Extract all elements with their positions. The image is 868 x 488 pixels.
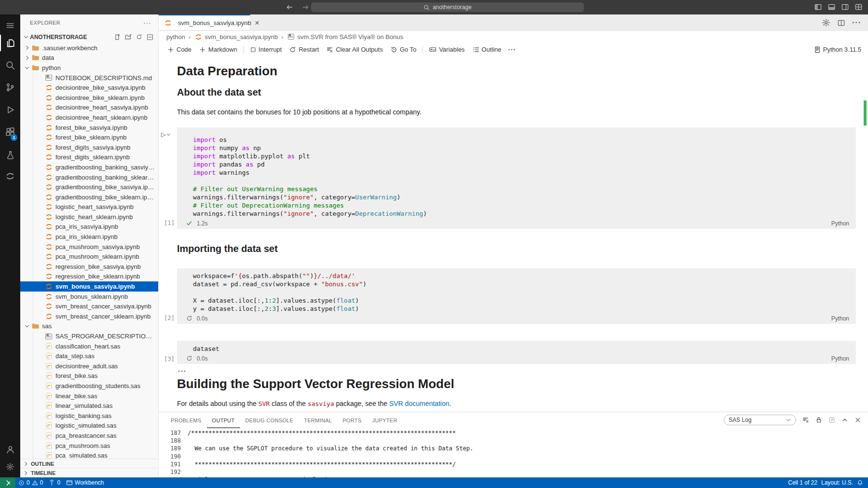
- close-panel-icon[interactable]: [854, 417, 861, 423]
- toggle-sidebar-left-icon[interactable]: [814, 3, 822, 11]
- toolbar-variables-button[interactable]: Variables: [425, 44, 468, 55]
- tree-item-gradientboosting_students.sas[interactable]: gradientboosting_students.sas: [20, 381, 158, 391]
- explorer-more-icon[interactable]: ···: [143, 19, 151, 27]
- tree-item-NOTEBOOK_DESCRIPTIONS.md[interactable]: M↓NOTEBOOK_DESCRIPTIONS.md: [20, 73, 158, 83]
- open-output-icon[interactable]: [828, 417, 835, 423]
- settings-gear-icon[interactable]: [0, 459, 20, 475]
- lock-scroll-icon[interactable]: [815, 417, 822, 423]
- tree-item-forest_digits_sasviya.ipynb[interactable]: forest_digits_sasviya.ipynb: [20, 142, 158, 153]
- tree-item-decisiontree_bike_sasviya.ipynb[interactable]: decisiontree_bike_sasviya.ipynb: [20, 83, 158, 93]
- new-file-icon[interactable]: [114, 34, 121, 41]
- tree-item-svm_breast_cancer_sklearn.ipynb[interactable]: svm_breast_cancer_sklearn.ipynb: [20, 311, 158, 321]
- tab-svm-bonus-sasviya[interactable]: svm_bonus_sasviya.ipynb ✕: [159, 14, 250, 30]
- run-options-chevron-icon[interactable]: [167, 131, 170, 138]
- testing-beaker-icon[interactable]: [0, 147, 20, 163]
- source-control-icon[interactable]: [0, 79, 20, 96]
- problems-status[interactable]: 0 0: [15, 479, 46, 486]
- tree-item-gradientboosting_bike_sasviya.ipynb[interactable]: gradientboosting_bike_sasviya.ipynb: [20, 182, 158, 192]
- tree-item-pca_iris_sasviya.ipynb[interactable]: pca_iris_sasviya.ipynb: [20, 222, 158, 232]
- cell-code[interactable]: import osimport numpy as npimport matplo…: [177, 127, 856, 218]
- tree-item-pca_mushroom_sklearn.ipynb[interactable]: pca_mushroom_sklearn.ipynb: [20, 251, 158, 262]
- menu-icon[interactable]: [0, 17, 20, 34]
- run-cell-button[interactable]: ▷: [161, 131, 170, 138]
- tree-item-decisiontree_adult.sas[interactable]: decisiontree_adult.sas: [20, 361, 158, 371]
- svr-documentation-link[interactable]: SVR documentation: [389, 400, 449, 407]
- cell-language[interactable]: Python: [831, 315, 849, 322]
- tree-item-gradientboosting_banking_sasviya.ipynb[interactable]: gradientboosting_banking_sasviya.ipynb: [20, 162, 158, 172]
- forward-arrow-icon[interactable]: [302, 3, 310, 11]
- tree-item-linear_simulated.sas[interactable]: linear_simulated.sas: [20, 401, 158, 411]
- toolbar-outline-button[interactable]: Outline: [469, 44, 505, 55]
- workspace-section-header[interactable]: ANOTHERSTORAGE: [20, 31, 158, 43]
- new-folder-icon[interactable]: [125, 34, 132, 41]
- collapse-folders-icon[interactable]: [147, 34, 153, 41]
- tree-item-logistic_banking.sas[interactable]: logistic_banking.sas: [20, 411, 158, 421]
- tree-item-decisiontree_heart_sasviya.ipynb[interactable]: decisiontree_heart_sasviya.ipynb: [20, 103, 158, 113]
- cell-more-actions[interactable]: ···: [178, 367, 187, 375]
- panel-tab-debug-console[interactable]: DEBUG CONSOLE: [240, 413, 299, 428]
- explorer-icon[interactable]: [0, 35, 20, 51]
- editor-more-icon[interactable]: ···: [852, 18, 861, 27]
- tree-item-regression_bike_sklearn.ipynb[interactable]: regression_bike_sklearn.ipynb: [20, 272, 158, 282]
- code-cell-1[interactable]: ▷ [1] import osimport numpy as npimport …: [177, 127, 856, 229]
- panel-tab-problems[interactable]: PROBLEMS: [165, 413, 207, 428]
- toolbar-interrupt-button[interactable]: Interrupt: [246, 44, 285, 55]
- tree-item-.sasuser.workbench[interactable]: .sasuser.workbench: [20, 43, 158, 53]
- cell-language[interactable]: Python: [831, 220, 849, 227]
- cell-code[interactable]: workspace=f'{os.path.abspath("")}/../dat…: [177, 268, 856, 313]
- tree-item-pca_breastcancer.sas[interactable]: pca_breastcancer.sas: [20, 431, 158, 441]
- toolbar-code-button[interactable]: Code: [163, 44, 195, 55]
- tree-item-forest_bike.sas[interactable]: forest_bike.sas: [20, 371, 158, 381]
- maximize-panel-icon[interactable]: [841, 417, 848, 423]
- tree-item-SAS_PROGRAM_DESCRIPTIONS.md[interactable]: M↓SAS_PROGRAM_DESCRIPTIONS.md: [20, 331, 158, 341]
- toolbar-restart-button[interactable]: Restart: [285, 44, 323, 55]
- cell-code[interactable]: dataset: [177, 341, 856, 353]
- tree-item-data[interactable]: data: [20, 53, 158, 63]
- tree-item-data_step.sas[interactable]: data_step.sas: [20, 351, 158, 361]
- code-cell-3[interactable]: [3] dataset 0.0s Python: [177, 341, 856, 365]
- tree-item-svm_bonus_sasviya.ipynb[interactable]: svm_bonus_sasviya.ipynb: [20, 281, 158, 292]
- panel-tab-jupyter[interactable]: JUPYTER: [367, 413, 403, 428]
- output-channel-dropdown[interactable]: SAS Log: [724, 415, 796, 425]
- toggle-panel-icon[interactable]: [828, 3, 835, 11]
- breadcrumb-item[interactable]: python: [166, 33, 185, 41]
- back-arrow-icon[interactable]: [285, 3, 293, 11]
- panel-tab-output[interactable]: OUTPUT: [207, 413, 240, 428]
- toolbar-clear-all-outputs-button[interactable]: Clear All Outputs: [323, 44, 387, 55]
- code-cell-2[interactable]: [2] workspace=f'{os.path.abspath("")}/..…: [177, 268, 856, 324]
- timeline-section[interactable]: TIMELINE: [20, 468, 158, 477]
- cell-indicator[interactable]: Cell 1 of 22: [788, 479, 817, 486]
- tree-item-logistic_simulated.sas[interactable]: logistic_simulated.sas: [20, 421, 158, 431]
- tree-item-pca_mushroom_sasviya.ipynb[interactable]: pca_mushroom_sasviya.ipynb: [20, 242, 158, 252]
- tree-item-linear_bike.sas[interactable]: linear_bike.sas: [20, 391, 158, 401]
- tree-item-classification_heart.sas[interactable]: classification_heart.sas: [20, 341, 158, 351]
- gear-icon[interactable]: [822, 18, 830, 27]
- clear-output-icon[interactable]: [802, 417, 809, 423]
- tree-item-pca_simulated.sas[interactable]: pca_simulated.sas: [20, 450, 158, 459]
- tree-item-gradientboosting_bike_sklearn.ipynb[interactable]: gradientboosting_bike_sklearn.ipynb: [20, 192, 158, 202]
- tree-item-python[interactable]: python: [20, 63, 158, 73]
- panel-tab-terminal[interactable]: TERMINAL: [298, 413, 337, 428]
- ports-status[interactable]: 0: [46, 479, 63, 486]
- toolbar-go-to-button[interactable]: Go To: [387, 44, 420, 55]
- tree-item-logistic_heart_sklearn.ipynb[interactable]: logistic_heart_sklearn.ipynb: [20, 212, 158, 222]
- tree-item-svm_bonus_sklearn.ipynb[interactable]: svm_bonus_sklearn.ipynb: [20, 292, 158, 302]
- cell-language[interactable]: Python: [831, 355, 849, 362]
- tree-item-sas[interactable]: sas: [20, 321, 158, 332]
- breadcrumb-item[interactable]: svm_bonus_sasviya.ipynb: [194, 33, 278, 41]
- kernel-picker[interactable]: Python 3.11.5: [814, 46, 861, 53]
- toggle-sidebar-right-icon[interactable]: [841, 3, 849, 11]
- layout-indicator[interactable]: Layout: U.S.: [821, 479, 853, 486]
- tree-item-forest_digits_sklearn.ipynb[interactable]: forest_digits_sklearn.ipynb: [20, 153, 158, 163]
- customize-layout-icon[interactable]: [855, 3, 862, 11]
- tab-close-icon[interactable]: ✕: [255, 19, 260, 27]
- tree-item-pca_iris_sklearn.ipynb[interactable]: pca_iris_sklearn.ipynb: [20, 232, 158, 242]
- toolbar-markdown-button[interactable]: Markdown: [195, 44, 241, 55]
- bell-icon[interactable]: [857, 480, 863, 486]
- refresh-explorer-icon[interactable]: [136, 34, 142, 41]
- panel-tab-ports[interactable]: PORTS: [337, 413, 366, 428]
- toolbar-more-icon[interactable]: ···: [505, 46, 519, 53]
- tree-item-forest_bike_sasviya.ipynb[interactable]: forest_bike_sasviya.ipynb: [20, 123, 158, 133]
- sas-extension-icon[interactable]: [0, 168, 20, 184]
- outline-section[interactable]: OUTLINE: [20, 459, 158, 468]
